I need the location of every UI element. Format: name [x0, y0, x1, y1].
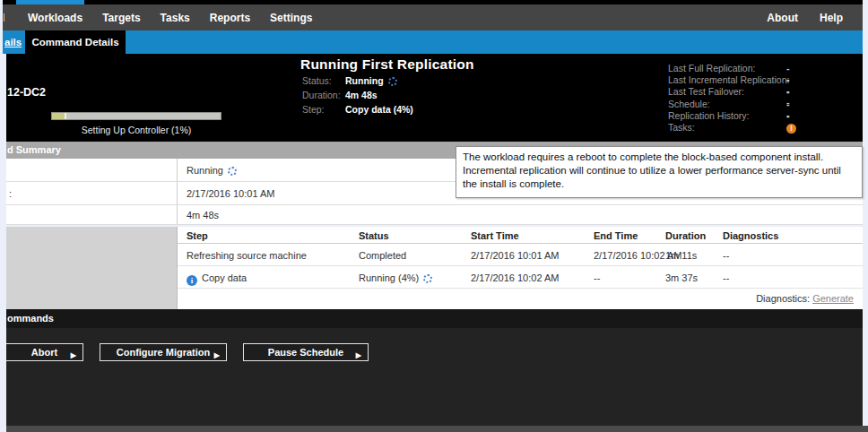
info-label: Tasks:	[668, 122, 695, 133]
table-row: Refreshing source machine Completed 2/17…	[178, 244, 863, 266]
nav-item-tasks[interactable]: Tasks	[161, 12, 190, 24]
nav-item-settings[interactable]: Settings	[270, 12, 312, 24]
diagnostics-row: Diagnostics: Generate	[756, 293, 854, 304]
summary-row-label	[6, 205, 178, 224]
cell-duration: 1m 11s	[665, 250, 697, 261]
nav-item-workloads[interactable]: Workloads	[28, 12, 82, 24]
col-end-time: End Time	[594, 230, 638, 241]
summary-start-time-value: 2/17/2016 10:01 AM	[187, 188, 274, 199]
pause-schedule-button[interactable]: Pause Schedule ▶	[243, 343, 369, 361]
cell-step: Refreshing source machine	[187, 250, 307, 261]
diagnostics-label: Diagnostics:	[756, 293, 810, 304]
nav-item-about[interactable]: About	[767, 12, 798, 24]
workload-hostname: 12-DC2	[7, 86, 46, 99]
cell-start: 2/17/2016 10:02 AM	[471, 272, 559, 283]
tasks-alert-icon[interactable]: !	[786, 124, 796, 134]
col-start-time: Start Time	[471, 230, 519, 241]
spinner-icon	[228, 167, 237, 176]
cell-diagnostics: --	[723, 272, 729, 283]
nav-item-reports[interactable]: Reports	[210, 12, 250, 24]
status-label: Status:	[302, 75, 332, 86]
menu-arrow-icon: ▶	[214, 348, 220, 364]
spinner-icon	[388, 77, 397, 86]
col-diagnostics: Diagnostics	[723, 230, 778, 241]
step-progress-bar	[51, 112, 221, 120]
duration-row: Duration: 4m 48s	[300, 90, 534, 101]
replication-status-block: Running First Replication Status: Runnin…	[300, 56, 534, 116]
nav-right-group: About Help	[767, 12, 843, 24]
duration-label: Duration:	[302, 90, 341, 100]
cell-start: 2/17/2016 10:01 AM	[471, 250, 559, 261]
info-row-last-full: Last Full Replication: --	[668, 63, 789, 74]
reboot-required-tooltip: The workload requires a reboot to comple…	[456, 146, 863, 198]
main-nav: d Workloads Targets Tasks Reports Settin…	[3, 4, 863, 30]
commands-section-header: ommands	[6, 309, 863, 328]
cell-duration: 3m 37s	[665, 272, 698, 283]
cell-step: iCopy data	[187, 272, 247, 286]
summary-status-value: Running	[187, 165, 237, 176]
step-row: Step: Copy data (4%)	[300, 104, 534, 116]
table-row: iCopy data Running (4%) 2/17/2016 10:02 …	[178, 266, 863, 289]
nav-item-clipped[interactable]: d	[4, 12, 8, 24]
cell-status: Running (4%)	[359, 272, 432, 283]
page-title: Running First Replication	[300, 56, 534, 73]
menu-arrow-icon: ▶	[71, 348, 76, 364]
info-row-replication-history: Replication History: --	[668, 110, 789, 122]
summary-duration-value: 4m 48s	[187, 210, 219, 220]
tab-command-details[interactable]: Command Details	[25, 30, 126, 54]
info-label: Last Incremental Replication:	[668, 74, 789, 85]
nav-item-help[interactable]: Help	[820, 12, 843, 24]
configure-migration-button-label: Configure Migration	[117, 347, 211, 358]
info-label: Schedule:	[668, 99, 710, 109]
step-progress-fill	[52, 113, 66, 119]
tab-bar: ails Command Details	[3, 30, 863, 54]
substep-text: Setting Up Controller (1%)	[51, 125, 221, 135]
abort-button-label: Abort	[31, 347, 57, 358]
generate-diagnostics-link[interactable]: Generate	[812, 293, 854, 304]
configure-migration-button[interactable]: Configure Migration ▶	[100, 343, 227, 361]
info-label: Replication History:	[668, 110, 749, 121]
cell-diagnostics: --	[723, 250, 729, 261]
info-label: Last Full Replication:	[668, 63, 755, 73]
col-duration: Duration	[665, 230, 706, 241]
info-label: Last Test Failover:	[668, 86, 744, 97]
abort-button[interactable]: Abort ▶	[6, 343, 83, 361]
col-step: Step	[187, 230, 208, 241]
info-row-last-incremental: Last Incremental Replication: --	[668, 74, 789, 86]
info-row-schedule: Schedule: --	[668, 99, 789, 110]
duration-value: 4m 48s	[345, 90, 378, 100]
cell-end: --	[594, 272, 600, 283]
page-header: 12-DC2 Running First Replication Status:…	[6, 54, 863, 142]
info-row-last-test-failover: Last Test Failover: --	[668, 86, 789, 98]
info-icon[interactable]: i	[187, 275, 197, 286]
nav-item-targets[interactable]: Targets	[102, 12, 140, 24]
steps-table-header: Step Status Start Time End Time Duration…	[178, 227, 863, 244]
summary-row-label	[6, 159, 178, 181]
cell-status: Completed	[359, 250, 406, 261]
steps-table: Step Status Start Time End Time Duration…	[6, 227, 863, 309]
info-value: !	[786, 122, 796, 134]
summary-row-duration: 4m 48s	[6, 205, 863, 225]
spinner-icon	[423, 274, 432, 283]
details-link-clipped[interactable]: ails	[4, 37, 22, 48]
summary-row-label: :	[6, 182, 178, 204]
status-value: Running	[345, 75, 397, 86]
pause-schedule-button-label: Pause Schedule	[268, 347, 343, 358]
footer-bar	[6, 426, 868, 432]
menu-arrow-icon: ▶	[356, 348, 361, 364]
col-status: Status	[359, 230, 389, 241]
info-row-tasks: Tasks: !	[668, 122, 789, 134]
commands-area: Abort ▶ Configure Migration ▶ Pause Sche…	[6, 328, 863, 426]
step-value: Copy data (4%)	[345, 104, 413, 115]
step-label: Step:	[302, 104, 325, 115]
replication-info-panel: Last Full Replication: -- Last Increment…	[668, 63, 789, 134]
status-row: Status: Running	[300, 75, 534, 87]
app-window: d Workloads Targets Tasks Reports Settin…	[0, 0, 868, 432]
steps-label-cell	[6, 227, 178, 309]
